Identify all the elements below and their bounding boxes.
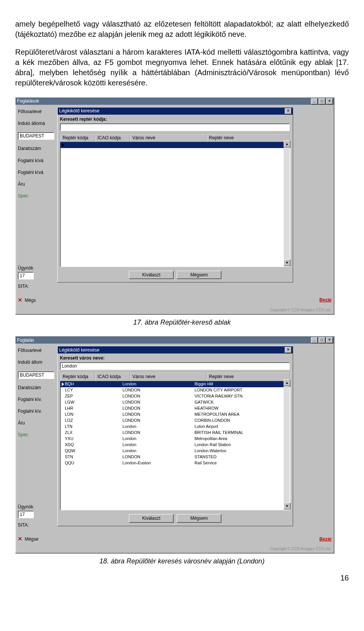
cell-airport: VICTORIA RAILWAY STN. <box>195 393 290 399</box>
list-row[interactable]: LGWLONDONGATWICK <box>60 399 290 405</box>
list-row[interactable]: LCYLONDONLONDON CITY AIRPORT <box>60 387 290 393</box>
search-label-2: Keresett város neve: <box>60 355 290 361</box>
list-row[interactable]: BQHLondonBiggin Hill <box>60 381 290 387</box>
col-icao-kodja-2[interactable]: ICAO kódja <box>95 372 130 381</box>
cancel-button-bg-1[interactable]: ✕ Mégs <box>18 297 36 304</box>
bezar-link-1[interactable]: Bezár <box>319 297 332 303</box>
label-fofuvarlevel: Főfuvarlevé <box>18 109 54 115</box>
maximize-button[interactable]: ▢ <box>318 98 325 104</box>
bezar-link-2[interactable]: Bezár <box>319 536 332 542</box>
results-listbox-2[interactable]: Reptér kódja ICAO kódja Város neve Repté… <box>60 372 290 510</box>
list-row[interactable]: LONLONDONMETROPOLITAN AREA <box>60 412 290 418</box>
list-row[interactable]: QQULondon-EustonRail Service <box>60 460 290 466</box>
list-row[interactable]: XDQLondonLondon Rail Station <box>60 442 290 448</box>
cell-city: LONDON <box>122 405 195 411</box>
cell-airport: Rail Service <box>195 460 290 466</box>
cell-city: London <box>122 448 195 454</box>
window-foglalasok-1: Foglalások _ ▢ × Főfuvarlevé Induló állo… <box>15 97 334 315</box>
close-button-2[interactable]: × <box>326 337 333 343</box>
window-title-2: Foglalás <box>17 337 34 343</box>
select-button-2[interactable]: Kiválaszt <box>129 514 174 522</box>
list-row[interactable]: QQWLondonLondon-Waterloo <box>60 448 290 454</box>
cell-airport: London-Waterloo <box>195 448 290 454</box>
col-repter-neve[interactable]: Reptér neve <box>207 134 290 142</box>
cell-airport: London Rail Station <box>195 442 290 448</box>
cell-city: London <box>122 436 195 442</box>
label-ugynok-2: Ügynök <box>18 504 34 510</box>
scroll-up-2[interactable]: ▲ <box>284 379 290 386</box>
cell-code: LON <box>60 412 92 417</box>
close-button[interactable]: × <box>326 98 333 104</box>
minimize-button-2[interactable]: _ <box>311 337 318 343</box>
list-row[interactable]: LTNLondonLuton Airport <box>60 424 290 430</box>
minimize-button[interactable]: _ <box>311 98 318 104</box>
input-budapest[interactable]: BUDAPEST <box>18 132 54 140</box>
list-row[interactable]: ZEPLONDONVICTORIA RAILWAY STN. <box>60 393 290 399</box>
copyright-1: Copyright © CCS Hungary CCS Ltd. <box>268 307 333 313</box>
list-header-2: Reptér kódja ICAO kódja Város neve Repté… <box>60 372 290 381</box>
scrollbar-1[interactable]: ▲ ▼ <box>284 140 290 266</box>
popup-close-2[interactable]: × <box>285 347 292 353</box>
label-darabszam-2: Darabszám <box>18 385 54 391</box>
cell-code: BQH <box>60 381 92 387</box>
scroll-down-2[interactable]: ▼ <box>284 503 290 510</box>
scrollbar-2[interactable]: ▲ ▼ <box>284 379 290 510</box>
titlebar-2: Foglalás _ ▢ × <box>16 336 334 344</box>
col-varos-neve-2[interactable]: Város neve <box>130 372 207 381</box>
cell-city: LONDON <box>122 418 195 423</box>
cell-airport: STANSTED <box>195 454 290 460</box>
paragraph-1: amely begépelhető vagy választható az el… <box>15 19 349 39</box>
search-input-1[interactable] <box>60 123 290 131</box>
search-input-2[interactable]: London <box>60 362 290 370</box>
cell-code: LHR <box>60 405 92 411</box>
scroll-down-1[interactable]: ▼ <box>284 259 290 266</box>
cell-airport: Biggin Hill <box>195 381 290 387</box>
input-budapest-2[interactable]: BUDAPEST <box>18 371 54 379</box>
popup-airport-search-2: Légikikötő keresése × Keresett város nev… <box>57 346 293 526</box>
col-repter-neve-2[interactable]: Reptér neve <box>207 372 290 381</box>
list-row[interactable]: LOZLONDONCORBIN-LONDON <box>60 418 290 424</box>
col-icao-kodja[interactable]: ICAO kódja <box>95 134 130 142</box>
caption-fig18: 18. ábra Repülőtér keresés városnév alap… <box>15 557 349 566</box>
input-ugynok-2[interactable]: 17 <box>18 511 34 518</box>
scroll-up-1[interactable]: ▲ <box>284 140 290 147</box>
list-row[interactable]: STNLONDONSTANSTED <box>60 454 290 460</box>
label-foglalni2-2: Foglalni kív. <box>18 408 54 414</box>
label-fofuvarlevel-2: Főfuvarlevé <box>18 347 54 353</box>
cancel-button-bg-2[interactable]: ✕ Mégse <box>18 535 38 543</box>
label-spec: Spec <box>18 193 54 199</box>
col-repter-kodja-2[interactable]: Reptér kódja <box>60 372 95 381</box>
label-ugynok: Ügynök <box>18 265 34 271</box>
cell-code: LGW <box>60 399 92 405</box>
list-header-1: Reptér kódja ICAO kódja Város neve Repté… <box>60 134 290 142</box>
popup-close-1[interactable]: × <box>285 108 292 114</box>
results-listbox-1[interactable]: Reptér kódja ICAO kódja Város neve Repté… <box>60 133 290 267</box>
input-ugynok[interactable]: 17 <box>18 272 34 279</box>
cell-code: LTN <box>60 424 92 429</box>
maximize-button-2[interactable]: ▢ <box>318 337 325 343</box>
label-darabszam: Darabszám <box>18 145 54 151</box>
list-row-empty[interactable] <box>60 142 290 148</box>
list-row[interactable]: LHRLONDONHEATHROW <box>60 405 290 412</box>
cell-code: QQW <box>60 448 92 454</box>
cell-code: ZEP <box>60 393 92 399</box>
row-marker-icon <box>62 382 64 386</box>
col-repter-kodja[interactable]: Reptér kódja <box>60 134 95 142</box>
label-sita-2: SITA: <box>18 522 29 528</box>
label-aru-2: Áru <box>18 420 54 426</box>
cancel-button-1[interactable]: Mégsem <box>177 271 221 279</box>
cell-airport: METROPOLITAN AREA <box>195 412 290 417</box>
col-varos-neve[interactable]: Város neve <box>130 134 207 142</box>
popup-titlebar-2: Légikikötő keresése × <box>58 346 293 353</box>
cancel-button-2[interactable]: Mégsem <box>177 514 221 522</box>
caption-fig17: 17. ábra Repülőtér-kereső ablak <box>15 318 349 327</box>
cell-city: LONDON <box>122 393 195 399</box>
window-foglalas-2: Foglalás _ ▢ × Főfuvarlevé Induló állom … <box>15 336 334 554</box>
cell-airport: Luton Airport <box>195 424 290 429</box>
cell-city: London-Euston <box>122 460 195 466</box>
list-row[interactable]: ZLXLONDONBRITISH RAIL TERMINAL <box>60 430 290 436</box>
label-spec-2: Spec <box>18 432 54 438</box>
cell-code: LCY <box>60 387 92 393</box>
list-row[interactable]: YXULondonMetropolitan Area <box>60 436 290 442</box>
select-button-1[interactable]: Kiválaszt <box>129 271 174 279</box>
